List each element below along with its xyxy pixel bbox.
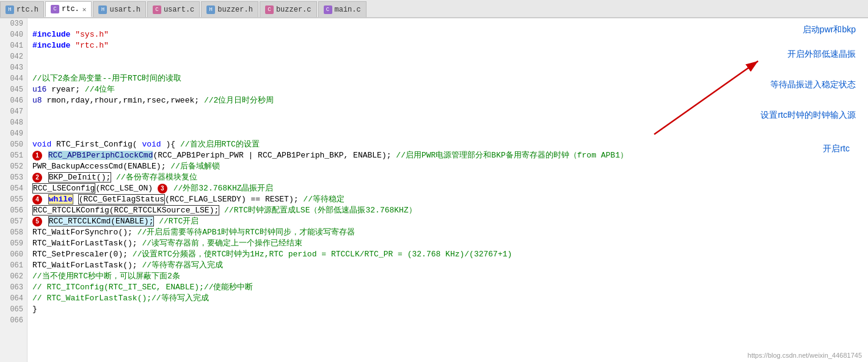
line-056: 056 [0,205,27,216]
fn-051b: (RCC_APB1Periph_PWR | RCC_APB1Periph_BKP… [153,151,391,160]
code-line-043 [32,62,868,73]
badge-1: 1 [32,151,42,161]
comment-044: //以下2条全局变量--用于RTC时间的读取 [32,74,181,83]
fn-055b: (RCC_FLAG_LSERDY) == RESET); [165,195,298,204]
code-line-050: void RTC_First_Config( void ){ //首次启用RTC… [32,139,868,150]
fn-054-box: RCC_LSEConfig [32,183,95,194]
tab-mainc[interactable]: C main.c [318,1,367,17]
line-041: 041 [0,40,27,51]
fn-056-box: RCC_RTCCLKConfig(RCC_RTCCLKSource_LSE); [32,205,219,215]
code-line-048 [32,117,868,128]
tab-usarth[interactable]: H usart.h [93,1,145,17]
code-line-055: 4 while (RCC_GetFlagStatus(RCC_FLAG_LSER… [32,194,868,205]
line-061: 061 [0,260,27,271]
line-040: 040 [0,29,27,40]
line-066: 066 [0,315,27,326]
tab-bar: H rtc.h C rtc. ✕ H usart.h C usart.c H b… [0,0,868,18]
line-051: 051 [0,150,27,161]
fn-053-box: BKP_DeInit(); [48,172,111,183]
tab-icon-mainc: C [324,5,332,14]
code-line-041: #include "rtc.h" [32,40,868,51]
line-039: 039 [0,18,27,29]
code-061: RTC_WaitForLastTask(); [32,261,137,270]
code-line-046: u8 rmon,rday,rhour,rmin,rsec,rweek; //2位… [32,95,868,106]
comment-063: // RTC_ITConfig(RTC_IT_SEC, ENABLE);//使能… [32,283,253,292]
code-line-056: RCC_RTCCLKConfig(RCC_RTCCLKSource_LSE); … [32,205,868,216]
tab-icon-buzzerc: C [265,5,274,14]
line-045: 045 [0,84,27,95]
line-043: 043 [0,62,27,73]
code-line-057: 5 RCC_RTCCLKCmd(ENABLE); //RTC开启 [32,216,868,227]
comment-057: //RTC开启 [159,217,199,226]
tab-rtcc[interactable]: C rtc. ✕ [45,1,92,17]
comment-061: //等待寄存器写入完成 [142,261,223,270]
tab-icon-rtch: H [5,5,14,14]
tab-label-buzzerh: buzzer.h [217,5,253,14]
tab-label-mainc: main.c [335,5,361,14]
line-048: 048 [0,117,27,128]
comment-051: //启用PWR电源管理部分和BKP备用寄存器的时钟（from APB1） [396,151,628,160]
code-line-042 [32,51,868,62]
code-050c: ){ [166,140,180,149]
line-052: 052 [0,161,27,172]
line-numbers: 039 040 041 042 043 044 045 046 047 048 … [0,18,27,362]
tab-usartc[interactable]: C usart.c [147,1,200,17]
comment-058: //开启后需要等待APB1时钟与RTC时钟同步，才能读写寄存器 [137,228,355,237]
tab-close-rtcc[interactable]: ✕ [82,5,87,13]
code-line-044: //以下2条全局变量--用于RTC时间的读取 [32,73,868,84]
line-065: 065 [0,304,27,315]
code-065: } [32,305,37,314]
comment-052: //后备域解锁 [170,162,220,171]
code-line-058: RTC_WaitForSynchro(); //开启后需要等待APB1时钟与RT… [32,227,868,238]
code-line-053: 2 BKP_DeInit(); //各份寄存器模块复位 [32,172,868,183]
tab-buzzerc[interactable]: C buzzer.c [260,1,317,17]
kw-while: while [49,195,73,204]
code-line-062: //当不使用RTC秒中断，可以屏蔽下面2条 [32,271,868,282]
badge-4: 4 [32,195,42,205]
tab-label-usarth: usart.h [109,5,140,14]
kw-void2-050: void [142,140,161,149]
line-042: 042 [0,51,27,62]
comment-053: //各份寄存器模块复位 [116,173,197,182]
tab-rtch[interactable]: H rtc.h [0,1,44,17]
code-line-054: RCC_LSEConfig(RCC_LSE_ON) 3 //外部32.768KH… [32,183,868,194]
type-046: u8 [32,96,42,105]
code-line-049 [32,128,868,139]
code-line-066 [32,315,868,326]
tab-icon-usartc: C [153,5,161,14]
comment-056: //RTC时钟源配置成LSE（外部低速晶振32.768KHZ） [224,206,417,215]
code-046b: rmon,rday,rhour,rmin,rsec,rweek; [46,96,199,105]
keyword-include-041: #include [32,41,70,50]
tab-buzzerh[interactable]: H buzzer.h [201,1,258,17]
fn-054b: (RCC_LSE_ON) [95,184,153,193]
code-content: #include "sys.h" #include "rtc.h" //以下2条… [27,18,868,362]
tab-label-rtcc: rtc. [62,5,79,13]
comment-054: //外部32.768KHZ晶振开启 [173,184,274,193]
line-050: 050 [0,139,27,150]
comment-059: //读写寄存器前，要确定上一个操作已经结束 [142,239,302,248]
code-lines: #include "sys.h" #include "rtc.h" //以下2条… [27,18,868,326]
line-044: 044 [0,73,27,84]
line-060: 060 [0,249,27,260]
code-059: RTC_WaitForLastTask(); [32,239,137,248]
comment-050: //首次启用RTC的设置 [180,140,260,149]
fn-057-box: RCC_RTCCLKCmd(ENABLE); [48,216,155,226]
code-line-040: #include "sys.h" [32,29,868,40]
code-line-045: u16 ryear; //4位年 [32,84,868,95]
tab-label-usartc: usart.c [164,5,194,14]
code-line-051: 1 RCC_APB1PeriphClockCmd(RCC_APB1Periph_… [32,150,868,161]
code-line-065: } [32,304,868,315]
tab-icon-buzzerh: H [206,5,215,14]
line-053: 053 [0,172,27,183]
line-057: 057 [0,216,27,227]
code-line-059: RTC_WaitForLastTask(); //读写寄存器前，要确定上一个操作… [32,238,868,249]
kw-void-050: void [32,140,51,149]
code-045b: ryear; [51,85,85,94]
code-052: PWR_BackupAccessCmd(ENABLE); [32,162,166,171]
keyword-include-040: #include [32,30,70,39]
badge-3: 3 [158,184,167,194]
comment-062: //当不使用RTC秒中断，可以屏蔽下面2条 [32,272,180,281]
code-line-047 [32,106,868,117]
include-str-041: "rtc.h" [75,41,109,50]
code-060: RTC_SetPrescaler(0); [32,250,128,259]
